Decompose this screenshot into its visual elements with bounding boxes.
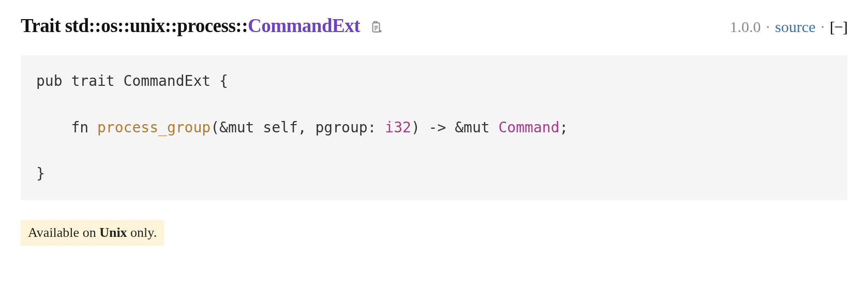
method-link-process-group[interactable]: process_group — [97, 119, 211, 136]
path-separator: :: — [89, 15, 101, 36]
since-version: 1.0.0 — [730, 18, 761, 36]
path-link-std[interactable]: std — [65, 15, 89, 36]
heading-group: Trait std::os::unix::process::CommandExt — [21, 14, 383, 37]
header-meta: 1.0.0 · source · [−] — [730, 18, 847, 36]
code-text: (&mut self, pgroup: — [211, 119, 385, 136]
svg-rect-0 — [373, 23, 380, 32]
code-line: } — [36, 165, 45, 182]
type-name: CommandExt — [248, 15, 360, 36]
path-separator: :: — [117, 15, 130, 36]
page-header: Trait std::os::unix::process::CommandExt… — [21, 14, 847, 37]
availability-prefix: Available on — [28, 225, 99, 240]
meta-separator: · — [819, 18, 827, 36]
meta-separator: · — [764, 18, 772, 36]
availability-platform: Unix — [99, 225, 127, 240]
type-link-i32[interactable]: i32 — [385, 119, 411, 136]
path-link-os[interactable]: os — [101, 15, 117, 36]
type-link-command[interactable]: Command — [498, 119, 559, 136]
code-keyword-fn: fn — [71, 119, 97, 136]
copy-path-icon[interactable] — [368, 20, 383, 35]
path-separator: :: — [235, 15, 248, 36]
path-link-unix[interactable]: unix — [130, 15, 165, 36]
collapse-toggle[interactable]: [−] — [830, 18, 847, 36]
path-link-process[interactable]: process — [177, 15, 235, 36]
page-title: Trait std::os::unix::process::CommandExt — [21, 14, 360, 37]
code-text: ) -> &mut — [411, 119, 499, 136]
source-link[interactable]: source — [775, 18, 815, 36]
path-separator: :: — [165, 15, 177, 36]
item-kind: Trait — [21, 15, 65, 36]
code-text: ; — [560, 119, 568, 136]
code-line: pub trait CommandExt { — [36, 72, 228, 89]
declaration-code: pub trait CommandExt { fn process_group(… — [21, 55, 847, 200]
availability-badge: Available on Unix only. — [21, 220, 164, 246]
availability-suffix: only. — [127, 225, 157, 240]
